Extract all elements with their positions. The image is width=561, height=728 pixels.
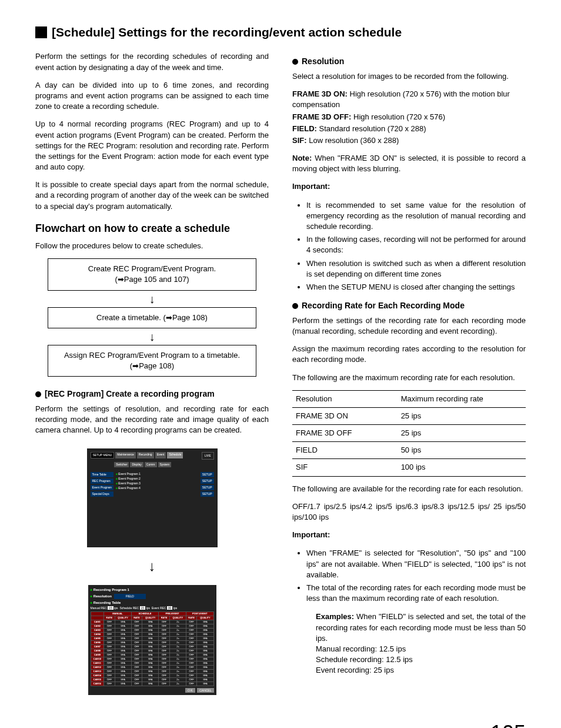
shot2-table: MANUAL SCHEDULE PRE-EVENT POST-EVENT RAT… — [91, 611, 214, 686]
important-2-label: Important: — [292, 530, 526, 540]
rate-heading: Recording Rate for Each Recording Mode — [292, 300, 526, 312]
note-label: Note: — [292, 154, 312, 162]
example-line: Event recording: 25 ips — [316, 665, 526, 676]
rate-title: Recording Rate for Each Recording Mode — [302, 300, 465, 312]
shot1-side-item: Time Table — [91, 472, 113, 477]
example-line: Schedule recording: 12.5 ips — [316, 654, 526, 665]
intro-p3: Up to 4 normal recording programs (REC P… — [35, 119, 269, 172]
shot1-setup-btn: SETUP — [201, 472, 214, 477]
flow-box-2: Create a timetable. (➡Page 108) — [48, 307, 256, 328]
rate-table: Resolution Maximum recording rate FRAME … — [292, 390, 526, 477]
table-header: Resolution — [292, 390, 398, 407]
shot2-title: Recording Program 1 — [91, 587, 214, 592]
flow-box-3: Assign REC Program/Event Program to a ti… — [48, 345, 256, 377]
shot1-item: Event Program 1 — [116, 472, 198, 476]
note-text: When "FRAME 3D ON" is selected, it is po… — [292, 154, 526, 173]
rate-p3: The following are the maximum recording … — [292, 373, 526, 383]
flowchart-intro: Follow the procedures below to create sc… — [35, 241, 269, 251]
shot1-setup-btn: SETUP — [201, 485, 214, 490]
rec-program-heading: [REC Program] Create a recording program — [35, 388, 269, 400]
shot1-menu-label: SETUP MENU — [91, 452, 115, 458]
shot1-tab-active: Schedule — [167, 452, 183, 458]
shot1-live: LIVE — [202, 452, 214, 460]
flow-box-1: Create REC Program/Event Program. (➡Page… — [48, 258, 256, 290]
shot1-tab: Event — [155, 452, 166, 458]
shot1-tab: Recording — [137, 452, 154, 458]
shot1-side-item: REC Program — [91, 478, 113, 484]
examples-block: Examples: When "FIELD" is selected and s… — [316, 611, 526, 644]
table-header: Maximum recording rate — [398, 390, 526, 407]
table-row: FRAME 3D OFF25 ips — [292, 425, 526, 442]
list-item: When resolution is switched such as when… — [306, 258, 526, 280]
shot2-table-label: Recording Table — [91, 600, 214, 605]
shot2-res-value: FIELD — [114, 594, 146, 599]
important-1-label: Important: — [292, 181, 526, 192]
shot2-cancel-btn: CANCEL — [197, 688, 213, 693]
important-2-list: When "FRAME" is selected for "Resolution… — [292, 548, 526, 604]
resolution-intro: Select a resolution for images to be rec… — [292, 71, 526, 82]
left-column: Perform the settings for the recording s… — [35, 51, 269, 701]
list-item: When the SETUP MENU is closed after chan… — [306, 282, 526, 292]
flow-arrow-2: ↓ — [149, 331, 155, 343]
shot1-tab: System — [158, 462, 172, 467]
flow-box-3-line2: (➡Page 108) — [52, 361, 252, 371]
examples-label: Examples: — [316, 612, 354, 621]
title-text: [Schedule] Settings for the recording/ev… — [52, 24, 402, 41]
list-item: When "FRAME" is selected for "Resolution… — [306, 548, 526, 580]
rec-program-text: Perform the settings of resolution, and … — [35, 404, 269, 436]
list-item: It is recommended to set same value for … — [306, 200, 526, 232]
intro-p2: A day can be divided into up to 6 time z… — [35, 80, 269, 112]
res-item: FIELD: Standard resolution (720 x 288) — [292, 124, 526, 134]
note-block: Note: When "FRAME 3D ON" is selected, it… — [292, 153, 526, 174]
shot2-res-label: Resolution — [91, 594, 112, 599]
flow-box-2-text: Create a timetable. (➡Page 108) — [96, 313, 208, 322]
list-item: In the following cases, recording will n… — [306, 234, 526, 255]
res-item: FRAME 3D ON: High resolution (720 x 576)… — [292, 89, 526, 110]
page-title: [Schedule] Settings for the recording/ev… — [35, 24, 526, 41]
example-line: Manual recording: 12.5 ips — [316, 644, 526, 654]
flowchart: Create REC Program/Event Program. (➡Page… — [35, 258, 269, 377]
rate-p4: The following are available for the reco… — [292, 484, 526, 494]
resolution-title: Resolution — [302, 56, 344, 68]
down-arrow-icon: ↓ — [149, 559, 156, 573]
flow-box-3-line1: Assign REC Program/Event Program to a ti… — [52, 350, 252, 361]
shot1-item: Event Program 3 — [116, 481, 198, 486]
shot1-item: Event Program 4 — [116, 486, 198, 490]
shot1-setup-btn: SETUP — [201, 478, 214, 484]
list-item: The total of the recording rates for eac… — [306, 583, 526, 604]
shot1-side-item: Event Program — [91, 485, 113, 490]
rate-p1: Perform the settings of the recording ra… — [292, 315, 526, 337]
flowchart-title: Flowchart on how to create a schedule — [35, 221, 269, 236]
page-number: 105 — [35, 719, 526, 728]
shot1-side-item: Special Days — [91, 491, 113, 497]
table-row: FIELD50 ips — [292, 442, 526, 459]
resolution-heading: Resolution — [292, 56, 526, 68]
shot1-tab: Display — [130, 462, 143, 467]
res-item: FRAME 3D OFF: High resolution (720 x 576… — [292, 112, 526, 122]
shot1-setup-btn: SETUP — [201, 491, 214, 497]
shot1-tab: Comm — [145, 462, 157, 467]
shot1-tab: Switcher — [114, 462, 129, 467]
shot1-tab: Maintenance — [115, 452, 136, 458]
table-row: Resolution Maximum recording rate — [292, 390, 526, 407]
setup-menu-screenshot: SETUP MENU Maintenance Recording Event S… — [87, 448, 218, 547]
shot1-item: Event Program 2 — [116, 477, 198, 481]
table-row: SIF100 ips — [292, 459, 526, 476]
table-row: FRAME 3D ON25 ips — [292, 407, 526, 424]
flow-box-1-line2: (➡Page 105 and 107) — [52, 274, 252, 285]
flow-box-1-line1: Create REC Program/Event Program. — [52, 264, 252, 274]
rate-p5: OFF/1.7 ips/2.5 ips/4.2 ips/5 ips/6.3 ip… — [292, 501, 526, 523]
shot2-ok-btn: O K — [185, 688, 195, 693]
title-square-icon — [35, 26, 47, 38]
rate-p2: Assign the maximum recording rates accor… — [292, 344, 526, 365]
important-1-list: It is recommended to set same value for … — [292, 200, 526, 293]
rec-program-title: [REC Program] Create a recording program — [45, 388, 215, 400]
bullet-icon — [292, 59, 298, 65]
bullet-icon — [292, 303, 298, 309]
res-item: SIF: Low resolution (360 x 288) — [292, 135, 526, 146]
recording-program-screenshot: SE ⟵ ← → ⟶ Recording Program 1 Resolutio… — [88, 585, 216, 695]
flow-arrow-1: ↓ — [149, 293, 155, 305]
bullet-icon — [35, 391, 41, 397]
right-column: Resolution Select a resolution for image… — [292, 51, 526, 701]
intro-p1: Perform the settings for the recording s… — [35, 51, 269, 72]
